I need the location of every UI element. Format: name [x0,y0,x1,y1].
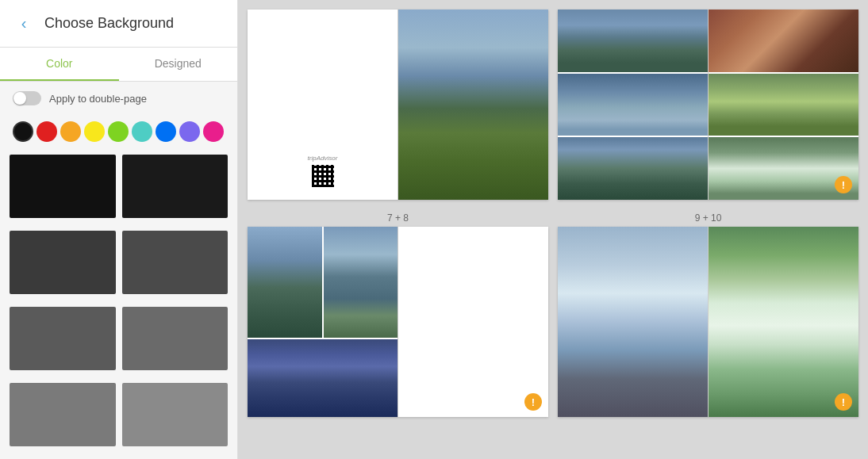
photo-cell-6 [709,137,858,200]
sidebar-header: ‹ Choose Background [0,0,237,48]
qr-code [312,165,334,187]
apply-double-page-label: Apply to double-page [49,93,147,105]
spread-row-2: 7 + 8 ! 9 + [248,212,858,417]
swatch-black[interactable] [13,121,33,142]
apply-double-page-toggle[interactable] [13,91,41,105]
spread-label-7-8: 7 + 8 [387,212,409,224]
back-button[interactable]: ‹ [13,13,35,35]
swatch-blue[interactable] [156,121,176,142]
swatch-yellow[interactable] [84,121,105,142]
color-block-6[interactable] [10,383,116,446]
spread-9-10-preview[interactable]: ! [558,10,858,200]
page-7 [248,227,398,417]
photo-cell-1 [558,10,708,72]
page-8 [398,227,548,417]
photo-grid-right [709,10,858,200]
swatch-teal[interactable] [132,121,152,142]
color-grid [0,148,237,459]
photo-cell-4 [709,10,858,72]
main-content: tripAdvisor [238,0,868,459]
photo-cell-5 [709,74,858,136]
color-block-5[interactable] [122,307,229,370]
color-block-2[interactable] [10,231,116,294]
photo-cell-3 [558,137,708,200]
swatch-purple[interactable] [179,121,200,142]
spread-label-9-10: 9 + 10 [695,212,722,224]
sidebar: ‹ Choose Background Color Designed Apply… [0,0,238,459]
spread-row-1: tripAdvisor [248,10,858,200]
swatch-pink[interactable] [203,121,224,142]
photo-7c [248,339,398,417]
page-6 [398,10,548,200]
color-block-0[interactable] [10,155,116,218]
color-block-7[interactable] [122,383,229,446]
spread-right-left [558,10,708,200]
page-5: tripAdvisor [248,10,398,200]
tab-color[interactable]: Color [0,48,119,81]
color-swatches [0,115,237,148]
spread-7-8[interactable]: ! [248,227,548,417]
spread-wrapper-9-10-top: ! [558,10,858,200]
swatch-red[interactable] [36,121,57,142]
photo-grid-left [558,10,708,200]
photo-7a [248,227,322,338]
spread-wrapper-5-6: tripAdvisor [248,10,548,200]
warning-badge-top: ! [835,176,852,193]
page-6-photo [398,10,548,200]
photo-9a [558,227,708,417]
warning-badge-9-10: ! [835,393,852,411]
color-block-3[interactable] [122,231,229,294]
spread-right-right [709,10,858,200]
color-block-1[interactable] [122,155,229,218]
page-10 [709,227,858,417]
spread-wrapper-9-10: 9 + 10 ! [558,212,858,417]
warning-badge-7-8: ! [524,393,542,411]
toggle-knob [13,92,26,105]
apply-double-page-row: Apply to double-page [0,82,237,115]
swatch-orange[interactable] [60,121,81,142]
spread-5-6[interactable]: tripAdvisor [248,10,548,200]
photo-cell-2 [558,74,708,136]
page-9 [558,227,708,417]
spread-wrapper-7-8: 7 + 8 ! [248,212,548,417]
color-block-4[interactable] [10,307,116,370]
tab-designed[interactable]: Designed [119,48,238,81]
tabs: Color Designed [0,48,237,82]
swatch-green[interactable] [108,121,129,142]
logo-text: tripAdvisor [308,155,338,162]
sidebar-title: Choose Background [44,15,174,32]
photo-10a [709,227,858,417]
spread-9-10[interactable]: ! [558,227,858,417]
photo-7b [324,227,398,338]
